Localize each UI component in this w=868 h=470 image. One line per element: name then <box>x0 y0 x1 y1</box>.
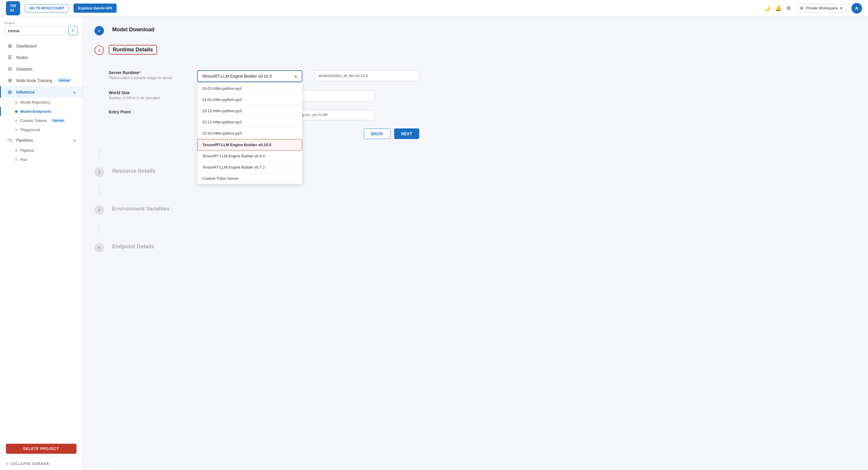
new-project-button[interactable]: + <box>68 26 78 35</box>
step-connector-3 <box>99 224 99 233</box>
sidebar-subitem-label: Model Endpoints <box>20 109 51 114</box>
project-select-row: tutorial + <box>5 26 78 35</box>
workspace-icon: ⊞ <box>800 6 803 10</box>
internal-badge: Internal <box>51 118 66 123</box>
layout: Project tutorial + ⊞ Dashboard ☰ Nodes ⊟… <box>0 17 868 470</box>
chevron-up-icon: ▲ <box>73 90 76 94</box>
runtime-dropdown-menu: 24.02-trtllm-python-py3 24.01-trtllm-pyt… <box>197 83 302 184</box>
sidebar-item-run[interactable]: Run <box>0 155 82 164</box>
entry-point-label-col: Entry Point <box>108 109 185 114</box>
world-size-sublabel: Number of GPUs to be allocated <box>108 96 185 100</box>
dropdown-item-trt-v07[interactable]: TensorRT-LLM Engine Builder v0.7.2 <box>197 162 302 173</box>
dropdown-item-2401[interactable]: 24.01-trtllm-python-py3 <box>197 94 302 105</box>
collapse-icon: « <box>6 462 8 466</box>
internal-badge: Internal <box>57 78 71 83</box>
dropdown-item-2310[interactable]: 23.10-trtllm-python-py3 <box>197 128 302 139</box>
world-size-label: World Size <box>108 90 185 95</box>
dropdown-item-custom-triton[interactable]: Custom Triton Server <box>197 173 302 184</box>
step3-indicator: 3 <box>94 167 104 177</box>
dot-icon <box>15 101 18 104</box>
sidebar-item-pipelines[interactable]: ⌥ Pipelines ▲ <box>0 134 82 146</box>
back-button[interactable]: BACK <box>364 128 390 139</box>
entry-point-label: Entry Point <box>108 109 185 114</box>
stepper: ✓ Model Download 2 Runtime Details Serve… <box>94 25 419 252</box>
step5-indicator: 5 <box>94 243 104 252</box>
workspace-label: Private Workspace <box>806 6 838 10</box>
collapse-sidebar-button[interactable]: « COLLAPSE SIDEBAR <box>0 457 82 470</box>
sidebar-item-model-repository[interactable]: Model Repository <box>0 98 82 107</box>
sidebar-item-label: Datasets <box>16 67 32 71</box>
sidebar-subitem-label: Model Repository <box>20 100 50 104</box>
chevron-up-icon: ▲ <box>294 74 298 78</box>
server-runtime-row: Server Runtime* Please select a suitable… <box>108 70 419 82</box>
collapse-label: COLLAPSE SIDEBAR <box>10 462 49 466</box>
dropdown-item-trt-v09[interactable]: TensorRT-LLM Engine Builder v0.9.0 <box>197 151 302 162</box>
main-nav: ⊞ Dashboard ☰ Nodes ⊟ Datasets ⊞ Multi-N… <box>0 38 82 440</box>
dropdown-item-trt-v010[interactable]: TensorRT-LLM Engine Builder v0.10.0 <box>197 139 302 151</box>
topnav-left: TIRAI GO TO MYACCOUNT Explore GenAI API <box>6 1 117 15</box>
sidebar-item-model-endpoints[interactable]: Model Endpoints <box>0 107 82 116</box>
sidebar-item-dashboard[interactable]: ⊞ Dashboard <box>0 40 82 52</box>
step-env-vars: 4 Environment Variables <box>94 205 419 215</box>
dot-active-icon <box>15 111 18 113</box>
server-runtime-sublabel: Please select a suitable image for serve… <box>108 76 185 80</box>
chevron-down-icon: ▲ <box>73 138 76 142</box>
server-runtime-select-wrapper: TensorRT-LLM Engine Builder v0.10.0 ▲ 24… <box>197 70 302 82</box>
dropdown-item-2312[interactable]: 23.12-trtllm-python-py3 <box>197 105 302 117</box>
dot-icon <box>15 159 18 161</box>
step5-title: Endpoint Details <box>108 242 158 251</box>
sidebar-item-label: Dashboard <box>16 44 37 49</box>
pipelines-icon: ⌥ <box>7 137 13 143</box>
settings-button[interactable]: ⚙ <box>786 5 791 11</box>
sidebar-item-nodes[interactable]: ☰ Nodes <box>0 52 82 63</box>
chevron-down-icon: ▾ <box>840 6 842 10</box>
datasets-icon: ⊟ <box>7 66 13 72</box>
sidebar-item-inference[interactable]: ◎ Inference ▲ <box>0 86 82 98</box>
explore-genai-button[interactable]: Explore GenAI API <box>73 4 117 13</box>
sidebar-item-datasets[interactable]: ⊟ Datasets <box>0 63 82 75</box>
server-runtime-image-col: aimle2e/triton_trt_llm:v0.10.0 <box>314 70 419 81</box>
server-runtime-control: TensorRT-LLM Engine Builder v0.10.0 ▲ 24… <box>197 70 302 82</box>
sidebar-item-custom-tokens[interactable]: Custom Tokens Internal <box>0 116 82 125</box>
step2-indicator: 2 <box>94 45 104 55</box>
step2-content: Server Runtime* Please select a suitable… <box>108 70 419 139</box>
sidebar-subitem-label: Pipeline <box>20 148 34 153</box>
sidebar-subitem-label: Run <box>20 157 27 162</box>
project-label: Project <box>5 21 78 25</box>
logo-icon: TIRAI <box>6 1 20 15</box>
required-asterisk: * <box>139 70 141 75</box>
step-model-download: ✓ Model Download <box>94 25 419 35</box>
step4-indicator: 4 <box>94 205 104 215</box>
server-runtime-image-input: aimle2e/triton_trt_llm:v0.10.0 <box>314 70 419 81</box>
dot-icon <box>15 120 18 122</box>
sidebar-subitem-label: Custom Tokens <box>20 118 46 123</box>
sidebar-item-label: Pipelines <box>16 138 33 143</box>
avatar[interactable]: A <box>851 3 862 13</box>
dropdown-item-2311[interactable]: 23.11-trtllm-python-py3 <box>197 117 302 128</box>
project-select[interactable]: tutorial <box>5 27 66 35</box>
server-runtime-dropdown-button[interactable]: TensorRT-LLM Engine Builder v0.10.0 ▲ <box>197 70 302 82</box>
server-runtime-label: Server Runtime* <box>108 70 185 75</box>
logo: TIRAI <box>6 1 20 15</box>
sidebar-item-pipeline[interactable]: Pipeline <box>0 146 82 155</box>
multi-node-icon: ⊞ <box>7 77 13 83</box>
step2-title: Runtime Details <box>108 45 157 55</box>
inference-icon: ◎ <box>7 89 13 95</box>
step3-title: Resource Details <box>108 167 159 175</box>
step1-indicator: ✓ <box>94 26 104 35</box>
step-endpoint-details: 5 Endpoint Details <box>94 242 419 252</box>
theme-toggle-button[interactable]: 🌙 <box>764 5 770 11</box>
sidebar-item-playground[interactable]: Playground <box>0 125 82 134</box>
project-section: Project tutorial + <box>0 17 82 38</box>
step4-title: Environment Variables <box>108 205 173 213</box>
delete-project-button[interactable]: DELETE PROJECT <box>6 444 76 454</box>
myaccount-button[interactable]: GO TO MYACCOUNT <box>25 4 69 12</box>
notifications-button[interactable]: 🔔 <box>775 5 781 11</box>
workspace-button[interactable]: ⊞ Private Workspace ▾ <box>796 4 847 12</box>
next-button[interactable]: NEXT <box>394 128 419 139</box>
sidebar-item-multi-node[interactable]: ⊞ Multi-Node Training Internal <box>0 75 82 86</box>
dot-icon <box>15 149 18 152</box>
step1-title: Model Download <box>108 25 158 34</box>
topnav-right: 🌙 🔔 ⚙ ⊞ Private Workspace ▾ A <box>764 3 862 13</box>
dropdown-item-2402[interactable]: 24.02-trtllm-python-py3 <box>197 83 302 94</box>
